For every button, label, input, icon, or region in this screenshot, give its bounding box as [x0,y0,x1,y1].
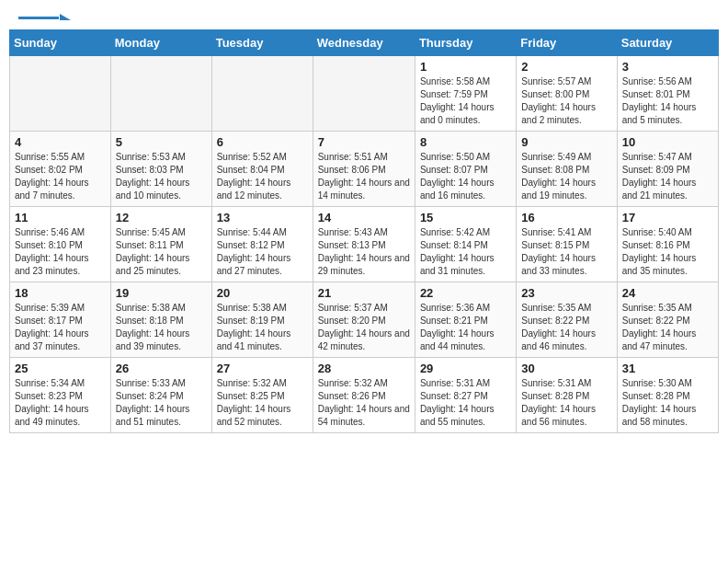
col-header-sunday: Sunday [10,30,111,56]
week-row-4: 18Sunrise: 5:39 AM Sunset: 8:17 PM Dayli… [10,282,719,358]
day-info: Sunrise: 5:56 AM Sunset: 8:01 PM Dayligh… [622,75,713,127]
day-number: 16 [521,211,611,224]
calendar-cell: 6Sunrise: 5:52 AM Sunset: 8:04 PM Daylig… [211,132,313,207]
calendar-cell: 25Sunrise: 5:34 AM Sunset: 8:23 PM Dayli… [10,358,111,433]
day-number: 20 [217,286,308,300]
day-number: 2 [521,60,611,74]
calendar-cell: 12Sunrise: 5:45 AM Sunset: 8:11 PM Dayli… [110,207,211,282]
calendar-header-row: SundayMondayTuesdayWednesdayThursdayFrid… [10,30,719,56]
day-info: Sunrise: 5:35 AM Sunset: 8:22 PM Dayligh… [521,302,611,353]
day-info: Sunrise: 5:30 AM Sunset: 8:28 PM Dayligh… [622,377,713,429]
day-info: Sunrise: 5:38 AM Sunset: 8:18 PM Dayligh… [116,302,207,353]
calendar-cell: 9Sunrise: 5:49 AM Sunset: 8:08 PM Daylig… [517,132,617,207]
day-info: Sunrise: 5:33 AM Sunset: 8:24 PM Dayligh… [116,377,207,429]
day-info: Sunrise: 5:31 AM Sunset: 8:28 PM Dayligh… [521,377,611,429]
col-header-monday: Monday [110,30,211,56]
calendar-cell [110,56,211,132]
day-info: Sunrise: 5:46 AM Sunset: 8:10 PM Dayligh… [15,226,106,278]
day-number: 10 [622,135,713,149]
calendar-cell: 13Sunrise: 5:44 AM Sunset: 8:12 PM Dayli… [211,207,313,282]
day-info: Sunrise: 5:55 AM Sunset: 8:02 PM Dayligh… [15,151,106,202]
calendar-cell: 21Sunrise: 5:37 AM Sunset: 8:20 PM Dayli… [313,282,415,358]
calendar-cell: 26Sunrise: 5:33 AM Sunset: 8:24 PM Dayli… [110,358,211,433]
day-number: 19 [116,286,207,300]
calendar-cell: 17Sunrise: 5:40 AM Sunset: 8:16 PM Dayli… [617,207,718,282]
day-info: Sunrise: 5:31 AM Sunset: 8:27 PM Dayligh… [420,377,511,429]
day-info: Sunrise: 5:32 AM Sunset: 8:26 PM Dayligh… [318,377,410,429]
calendar-cell: 7Sunrise: 5:51 AM Sunset: 8:06 PM Daylig… [313,132,415,207]
day-number: 24 [622,286,713,300]
calendar-cell: 31Sunrise: 5:30 AM Sunset: 8:28 PM Dayli… [617,358,718,433]
day-info: Sunrise: 5:38 AM Sunset: 8:19 PM Dayligh… [217,302,308,353]
calendar-cell: 11Sunrise: 5:46 AM Sunset: 8:10 PM Dayli… [10,207,111,282]
day-info: Sunrise: 5:52 AM Sunset: 8:04 PM Dayligh… [217,151,308,202]
day-number: 7 [318,135,410,149]
day-number: 4 [15,135,106,149]
calendar-cell: 20Sunrise: 5:38 AM Sunset: 8:19 PM Dayli… [211,282,313,358]
day-info: Sunrise: 5:35 AM Sunset: 8:22 PM Dayligh… [622,302,713,353]
calendar-cell: 27Sunrise: 5:32 AM Sunset: 8:25 PM Dayli… [211,358,313,433]
day-number: 27 [217,362,308,375]
day-info: Sunrise: 5:36 AM Sunset: 8:21 PM Dayligh… [420,302,511,353]
day-number: 22 [420,286,511,300]
day-info: Sunrise: 5:37 AM Sunset: 8:20 PM Dayligh… [318,302,410,353]
day-info: Sunrise: 5:40 AM Sunset: 8:16 PM Dayligh… [622,226,713,278]
day-number: 21 [318,286,410,300]
day-info: Sunrise: 5:32 AM Sunset: 8:25 PM Dayligh… [217,377,308,429]
day-number: 6 [217,135,308,149]
day-info: Sunrise: 5:44 AM Sunset: 8:12 PM Dayligh… [217,226,308,278]
day-info: Sunrise: 5:42 AM Sunset: 8:14 PM Dayligh… [420,226,511,278]
calendar-cell: 29Sunrise: 5:31 AM Sunset: 8:27 PM Dayli… [415,358,516,433]
calendar-cell: 22Sunrise: 5:36 AM Sunset: 8:21 PM Dayli… [415,282,516,358]
col-header-wednesday: Wednesday [313,30,415,56]
day-number: 28 [318,362,410,375]
day-info: Sunrise: 5:50 AM Sunset: 8:07 PM Dayligh… [420,151,511,202]
calendar-cell: 19Sunrise: 5:38 AM Sunset: 8:18 PM Dayli… [110,282,211,358]
week-row-5: 25Sunrise: 5:34 AM Sunset: 8:23 PM Dayli… [10,358,719,433]
day-number: 17 [622,211,713,224]
week-row-1: 1Sunrise: 5:58 AM Sunset: 7:59 PM Daylig… [10,56,719,132]
col-header-friday: Friday [517,30,617,56]
calendar-table: SundayMondayTuesdayWednesdayThursdayFrid… [9,29,719,433]
logo [18,17,71,20]
day-info: Sunrise: 5:51 AM Sunset: 8:06 PM Dayligh… [318,151,410,202]
day-info: Sunrise: 5:47 AM Sunset: 8:09 PM Dayligh… [622,151,713,202]
day-info: Sunrise: 5:43 AM Sunset: 8:13 PM Dayligh… [318,226,410,278]
day-number: 8 [420,135,511,149]
calendar-cell [313,56,415,132]
day-info: Sunrise: 5:57 AM Sunset: 8:00 PM Dayligh… [521,75,611,127]
week-row-2: 4Sunrise: 5:55 AM Sunset: 8:02 PM Daylig… [10,132,719,207]
day-number: 12 [116,211,207,224]
calendar-cell: 24Sunrise: 5:35 AM Sunset: 8:22 PM Dayli… [617,282,718,358]
col-header-saturday: Saturday [617,30,718,56]
calendar-cell: 1Sunrise: 5:58 AM Sunset: 7:59 PM Daylig… [415,56,516,132]
col-header-thursday: Thursday [415,30,516,56]
day-number: 23 [521,286,611,300]
day-number: 26 [116,362,207,375]
day-number: 11 [15,211,106,224]
calendar-cell: 2Sunrise: 5:57 AM Sunset: 8:00 PM Daylig… [517,56,617,132]
day-info: Sunrise: 5:34 AM Sunset: 8:23 PM Dayligh… [15,377,106,429]
calendar-cell: 5Sunrise: 5:53 AM Sunset: 8:03 PM Daylig… [110,132,211,207]
day-number: 31 [622,362,713,375]
day-number: 30 [521,362,611,375]
day-number: 15 [420,211,511,224]
calendar-cell: 8Sunrise: 5:50 AM Sunset: 8:07 PM Daylig… [415,132,516,207]
day-number: 9 [521,135,611,149]
calendar-cell: 23Sunrise: 5:35 AM Sunset: 8:22 PM Dayli… [517,282,617,358]
day-info: Sunrise: 5:49 AM Sunset: 8:08 PM Dayligh… [521,151,611,202]
calendar-cell: 14Sunrise: 5:43 AM Sunset: 8:13 PM Dayli… [313,207,415,282]
calendar-cell: 18Sunrise: 5:39 AM Sunset: 8:17 PM Dayli… [10,282,111,358]
calendar-cell: 3Sunrise: 5:56 AM Sunset: 8:01 PM Daylig… [617,56,718,132]
week-row-3: 11Sunrise: 5:46 AM Sunset: 8:10 PM Dayli… [10,207,719,282]
day-number: 3 [622,60,713,74]
day-info: Sunrise: 5:58 AM Sunset: 7:59 PM Dayligh… [420,75,511,127]
page-header [9,9,719,24]
day-info: Sunrise: 5:39 AM Sunset: 8:17 PM Dayligh… [15,302,106,353]
day-number: 5 [116,135,207,149]
day-number: 29 [420,362,511,375]
calendar-cell [211,56,313,132]
calendar-cell: 28Sunrise: 5:32 AM Sunset: 8:26 PM Dayli… [313,358,415,433]
day-info: Sunrise: 5:45 AM Sunset: 8:11 PM Dayligh… [116,226,207,278]
calendar-cell: 15Sunrise: 5:42 AM Sunset: 8:14 PM Dayli… [415,207,516,282]
